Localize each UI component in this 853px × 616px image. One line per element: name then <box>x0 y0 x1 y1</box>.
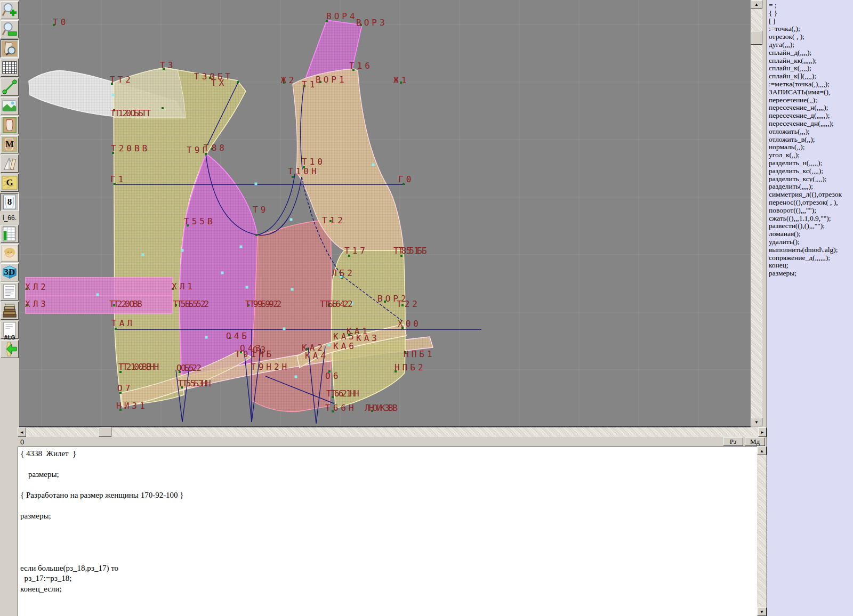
command-item[interactable]: отложить_в(,,); <box>769 135 852 143</box>
command-item[interactable]: ЗАПИСАТЬ(имя=(), <box>769 88 852 96</box>
node-marker <box>295 376 297 378</box>
command-item[interactable]: { } <box>769 9 852 17</box>
right-arrow-icon: ► <box>760 430 765 435</box>
command-item[interactable]: отрезок( , ); <box>769 33 852 40</box>
picture-button[interactable] <box>1 97 19 115</box>
command-item[interactable]: пересечение_н(,,,,); <box>769 103 852 111</box>
command-item[interactable]: разделить_н(,,,,,); <box>769 159 852 167</box>
node-marker <box>221 272 224 274</box>
command-item[interactable]: размеры; <box>769 269 852 277</box>
scroll-down-button[interactable]: ▼ <box>751 418 762 426</box>
command-item[interactable]: сопряжение_д(,,,,,,); <box>769 254 852 262</box>
hscroll-thumb[interactable] <box>99 427 111 437</box>
command-item[interactable]: = ; <box>769 1 852 9</box>
exit-button[interactable] <box>1 340 19 358</box>
document-list-button[interactable] <box>1 282 19 301</box>
command-item[interactable]: сплайн_кк(,,,,,); <box>769 56 852 64</box>
view-3d-button[interactable]: 3D <box>1 263 19 281</box>
grid-button[interactable] <box>1 59 19 77</box>
rz-button[interactable]: Рз <box>723 437 743 446</box>
piece-front-side-salmon[interactable] <box>251 221 332 412</box>
command-item[interactable]: перенос((),отрезок( , ), <box>769 198 852 206</box>
books-button[interactable] <box>1 302 19 320</box>
editor-line: конец_если; <box>20 585 757 595</box>
canvas-horizontal-scrollbar[interactable]: ◄ ► <box>18 427 767 437</box>
view-pattern-zoom-button[interactable] <box>1 39 19 58</box>
command-item[interactable]: сплайн_к[](,,,,); <box>769 72 852 80</box>
command-item[interactable]: отложить(,,,); <box>769 127 852 135</box>
command-item[interactable]: разделить_кс(,,,,); <box>769 167 852 175</box>
point-marker <box>205 153 207 155</box>
spreadsheet-button[interactable] <box>1 225 19 243</box>
command-item[interactable]: [ ] <box>769 17 852 25</box>
command-item[interactable]: сплайн_д(,,,,); <box>769 48 852 56</box>
zoom-out-button[interactable] <box>1 20 19 38</box>
scroll-right-button[interactable]: ► <box>758 427 767 437</box>
portrait-button[interactable] <box>1 244 19 262</box>
drafting-tools-button[interactable] <box>1 155 19 173</box>
command-item[interactable]: развести((),(),,,""); <box>769 222 852 230</box>
point-marker <box>332 410 334 412</box>
measure-button[interactable] <box>1 78 19 96</box>
m-document-glyph: M <box>1 136 18 153</box>
point-marker <box>303 166 305 168</box>
pattern-card-button[interactable] <box>1 116 19 134</box>
point-marker <box>26 304 28 306</box>
alg-document-button[interactable]: ALG <box>1 321 19 339</box>
command-item[interactable]: разделить(,,,,); <box>769 182 852 190</box>
g-document-button[interactable]: G <box>1 174 19 192</box>
editor-scroll-down-button[interactable]: ▼ <box>757 607 767 616</box>
point-marker <box>209 77 211 79</box>
canvas-vertical-scrollbar[interactable]: ▲ ▼ <box>751 0 762 426</box>
command-list: = ;{ }[ ]:=точка(,);отрезок( , );дуга(,,… <box>769 1 852 277</box>
down-arrow-icon: ▼ <box>760 610 764 614</box>
point-marker <box>283 82 285 84</box>
point-marker <box>348 255 350 257</box>
point-marker <box>401 304 404 306</box>
command-item[interactable]: сжать((),,,1.1,0.9,""); <box>769 214 852 222</box>
editor-line: { Разработано на размер женщины 170-92-1… <box>20 491 757 501</box>
command-item[interactable]: :=точка(,); <box>769 25 852 33</box>
command-item[interactable]: пересечение_д(,,,,,); <box>769 111 852 119</box>
point-marker <box>292 176 294 178</box>
command-item[interactable]: нормаль(,,); <box>769 143 852 151</box>
editor-scroll-up-button[interactable]: ▲ <box>757 447 767 455</box>
md-button[interactable]: Мд <box>745 437 765 446</box>
scroll-left-button[interactable]: ◄ <box>18 427 26 437</box>
command-item[interactable]: дуга(,,,); <box>769 40 852 48</box>
point-marker <box>111 83 113 85</box>
command-item[interactable]: удалить(); <box>769 238 852 246</box>
node-marker <box>246 286 248 289</box>
point-marker <box>53 24 55 26</box>
scroll-up-button[interactable]: ▲ <box>751 0 762 9</box>
command-item[interactable]: ломаная(); <box>769 230 852 238</box>
point-marker <box>114 183 116 185</box>
editor-line <box>20 460 757 471</box>
editor-vertical-scrollbar[interactable]: ▲ ▼ <box>757 447 767 616</box>
command-item[interactable]: угол_к(,,); <box>769 151 852 159</box>
m-document-button[interactable]: M <box>1 135 19 153</box>
command-item[interactable]: выполнить(dmod\.alg); <box>769 246 852 254</box>
i66-label-glyph: i_66. <box>1 212 19 224</box>
pattern-canvas[interactable] <box>19 0 751 427</box>
point-marker <box>328 370 331 372</box>
point-marker <box>403 183 405 185</box>
command-item[interactable]: :=метка(точка(,),,,,); <box>769 80 852 88</box>
command-item[interactable]: разделить_ксу(,,,,); <box>769 175 852 183</box>
zoom-in-button[interactable] <box>1 1 19 19</box>
node-marker <box>205 336 208 339</box>
command-item[interactable]: пересечение_дн(,,,,,); <box>769 119 852 127</box>
point-marker <box>255 234 257 236</box>
view-3d-glyph: 3D <box>1 264 18 281</box>
canvas-vscroll-thumb[interactable] <box>751 31 762 45</box>
command-item[interactable]: конец; <box>769 261 852 269</box>
editor-line: рз_17:=рз_18; <box>20 574 757 585</box>
command-item[interactable]: поворот((),,,""); <box>769 206 852 214</box>
piece-shoulder-yoke[interactable] <box>114 68 186 118</box>
point-marker <box>237 81 239 83</box>
command-item[interactable]: пересечение(,,); <box>769 96 852 104</box>
document-8-button[interactable]: 8 <box>1 193 19 211</box>
command-item[interactable]: симметрия_л((),отрезок <box>769 190 852 198</box>
command-item[interactable]: сплайн_к(,,,,); <box>769 64 852 72</box>
program-editor[interactable]: { 4338 Жилет } размеры;{ Разработано на … <box>18 447 757 616</box>
